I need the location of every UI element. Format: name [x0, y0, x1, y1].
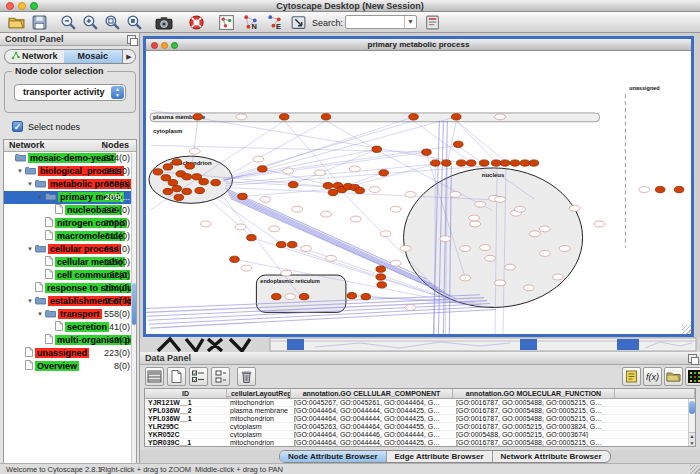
node-highlighted[interactable] [287, 241, 297, 247]
attribute-matrix-button[interactable] [685, 367, 700, 386]
table-column-header[interactable]: annotation.GO MOLECULAR_FUNCTION [453, 389, 615, 398]
node-highlighted[interactable] [328, 189, 338, 195]
node-unselected[interactable] [400, 246, 411, 252]
tab-node-attribute-browser[interactable]: Node Attribute Browser [280, 451, 387, 462]
tab-mosaic[interactable]: Mosaic [64, 50, 123, 63]
node-highlighted[interactable] [347, 293, 357, 299]
node-highlighted[interactable] [376, 266, 386, 272]
tab-network[interactable]: Network [5, 50, 64, 63]
node-unselected[interactable] [301, 246, 312, 252]
node-unselected[interactable] [390, 260, 401, 266]
tab-network-attribute-browser[interactable]: Network Attribute Browser [493, 451, 610, 462]
table-row[interactable]: YPL036W__2plasma membrane[GO:0044464, GO… [145, 407, 695, 415]
node-unselected[interactable] [241, 265, 252, 271]
node-highlighted[interactable] [163, 188, 173, 194]
node-highlighted[interactable] [442, 160, 452, 166]
table-column-header[interactable]: ID [145, 389, 227, 398]
node-highlighted[interactable] [655, 186, 665, 192]
node-unselected[interactable] [292, 206, 303, 212]
attribute-table-button[interactable] [145, 367, 164, 386]
tree-row[interactable]: nitrogen compo209(0) [4, 217, 136, 230]
node-unselected[interactable] [326, 255, 337, 261]
node-highlighted[interactable] [192, 174, 202, 180]
node-unselected[interactable] [369, 187, 380, 193]
expand-arrow-icon[interactable]: ▼ [17, 165, 25, 178]
node-unselected[interactable] [539, 226, 550, 232]
table-column-header[interactable]: _cellularLayoutRegion [227, 389, 291, 398]
help-button[interactable] [186, 13, 206, 32]
zoom-out-button[interactable] [58, 13, 78, 32]
node-highlighted[interactable] [185, 163, 195, 169]
resize-grip[interactable] [690, 465, 700, 474]
select-nodes-checkbox[interactable]: ✓ [12, 121, 23, 132]
tree-row[interactable]: ▼establishment of lo558(0) [4, 295, 136, 308]
table-scrollbar[interactable]: ▲▼ [688, 399, 695, 446]
tree-row[interactable]: ▼primary metab209(... [4, 191, 136, 204]
tree-row[interactable]: cell communicat22(0) [4, 269, 136, 282]
node-highlighted[interactable] [258, 166, 268, 172]
node-unselected[interactable] [495, 280, 506, 286]
table-row[interactable]: YDR039C__1mitochondrion[GO:0044464, GO:0… [145, 439, 695, 447]
node-highlighted[interactable] [279, 114, 289, 120]
node-highlighted[interactable] [247, 235, 257, 241]
more-tabs-arrow-icon[interactable]: ▶ [122, 50, 135, 63]
float-data-panel-icon[interactable] [688, 354, 697, 363]
node-unselected[interactable] [469, 215, 480, 221]
expand-arrow-icon[interactable]: ▼ [37, 308, 45, 321]
node-unselected[interactable] [495, 114, 506, 120]
import-attributes-button[interactable] [664, 367, 683, 386]
node-highlighted[interactable] [361, 294, 371, 300]
table-column-header[interactable]: annotation.GO CELLULAR_COMPONENT [291, 389, 453, 398]
node-unselected[interactable] [283, 168, 294, 174]
node-unselected[interactable] [470, 221, 481, 227]
node-highlighted[interactable] [272, 294, 282, 300]
node-highlighted[interactable] [520, 160, 530, 166]
node-highlighted[interactable] [230, 256, 240, 262]
node-unselected[interactable] [529, 231, 540, 237]
node-highlighted[interactable] [529, 160, 539, 166]
float-panel-icon[interactable] [127, 35, 136, 44]
node-unselected[interactable] [480, 245, 491, 251]
node-unselected[interactable] [321, 211, 332, 217]
node-unselected[interactable] [639, 187, 650, 193]
expand-arrow-icon[interactable]: ▼ [27, 178, 35, 191]
table-row[interactable]: YLR295Ccytoplasm[GO:0045263, GO:0044464,… [145, 423, 695, 431]
node-unselected[interactable] [460, 246, 471, 252]
tree-row[interactable]: macromolecule311(0) [4, 230, 136, 243]
network-from-selected-nodes-selected-edges-button[interactable]: E [264, 13, 284, 32]
node-highlighted[interactable] [431, 160, 441, 166]
node-unselected[interactable] [315, 170, 326, 176]
node-unselected[interactable] [405, 305, 416, 311]
tree-row[interactable]: cellular metabo209(0) [4, 256, 136, 269]
network-from-selected-nodes-all-edges-button[interactable]: N [240, 13, 260, 32]
tree-row[interactable]: Overview8(0) [4, 360, 136, 373]
tree-row[interactable]: ▼biological_process651(0) [4, 165, 136, 178]
tree-row[interactable]: mosaic-demo-yeast874(0) [4, 152, 136, 165]
search-input[interactable] [347, 16, 405, 28]
node-unselected[interactable] [559, 246, 570, 252]
node-highlighted[interactable] [182, 174, 192, 180]
network-window-titlebar[interactable]: primary metabolic process [146, 39, 691, 51]
node-highlighted[interactable] [238, 193, 248, 199]
tree-scrollbar[interactable] [131, 153, 136, 474]
node-unselected[interactable] [514, 206, 525, 212]
node-unselected[interactable] [485, 255, 496, 261]
node-highlighted[interactable] [161, 175, 171, 181]
zoom-fit-button[interactable] [102, 13, 122, 32]
node-highlighted[interactable] [199, 179, 209, 185]
select-attributes-button[interactable] [189, 367, 208, 386]
node-unselected[interactable] [405, 192, 416, 198]
node-unselected[interactable] [285, 294, 296, 300]
node-unselected[interactable] [253, 156, 264, 162]
node-unselected[interactable] [539, 250, 550, 256]
export-image-button[interactable] [154, 13, 174, 32]
node-highlighted[interactable] [466, 160, 476, 166]
node-unselected[interactable] [200, 221, 211, 227]
node-highlighted[interactable] [500, 160, 510, 166]
tree-row[interactable]: ▼metabolic process280(0) [4, 178, 136, 191]
node-highlighted[interactable] [174, 194, 184, 200]
node-highlighted[interactable] [163, 164, 173, 170]
tree-row[interactable]: unassigned223(0) [4, 347, 136, 360]
tree-row[interactable]: ▼cellular process614(0) [4, 243, 136, 256]
node-highlighted[interactable] [193, 114, 203, 120]
